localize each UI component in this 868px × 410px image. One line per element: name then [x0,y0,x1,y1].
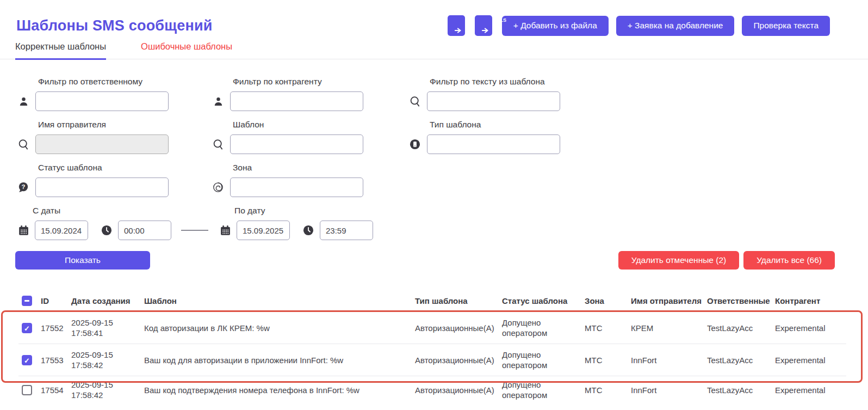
cell-sender: КРЕМ [631,312,707,344]
header-zone: Зона [585,296,631,312]
person-icon [16,96,30,107]
filter-template-text-label: Фильтр по тексту из шаблона [430,77,636,87]
filter-responsible: Фильтр по ответственному [16,77,211,111]
header-responsible: Ответственные [707,296,775,312]
delete-buttons-group: Удалить отмеченные (2) Удалить все (66) [618,251,835,270]
date-to-group: По дату [218,206,373,240]
filter-sender-name-label: Имя отправителя [38,120,211,130]
cell-id: 17552 [41,312,71,344]
header-type: Тип шаблона [415,296,502,312]
export-csv-icon[interactable]: CSV [448,15,465,36]
cell-responsible: TestLazyAcc [707,376,775,404]
date-to-label: По дату [234,206,373,216]
header-status: Статус шаблона [502,296,585,312]
add-from-file-button[interactable]: + Добавить из файла [502,16,609,36]
header-counterparty: Контрагент [775,296,846,312]
cell-status: Допущено оператором [502,344,585,376]
cell-zone: МТС [585,376,631,404]
table-row: 17552 2025-09-15 17:58:41 Код авторизаци… [18,312,846,344]
topbar-actions: CSV XLS + Добавить из файла + Заявка на … [448,15,830,36]
cell-counterparty: Experemental [775,376,846,404]
filter-template-status-label: Статус шаблона [38,163,211,173]
cell-counterparty: Experemental [775,344,846,376]
date-from-input[interactable] [35,221,88,240]
svg-text:?: ? [22,183,26,190]
filter-template-status-input[interactable] [35,178,169,197]
page-title: Шаблоны SMS сообщений [16,17,213,34]
cell-created: 2025-09-15 17:58:41 [71,312,144,344]
tabs-bar: Корректные шаблоны Ошибочные шаблоны [0,41,868,59]
filter-template-label: Шаблон [233,120,408,130]
filters-panel: Фильтр по ответственному Фильтр по контр… [0,77,868,240]
filter-sender-name-input[interactable] [35,134,169,154]
table-row: 17554 2025-09-15 17:58:42 Ваш код подтве… [18,376,846,404]
templates-table: ID Дата создания Шаблон Тип шаблона Стат… [18,296,846,403]
filter-zone-label: Зона [233,163,408,173]
date-from-group: С даты [16,206,171,240]
person-icon [211,96,225,107]
cell-template: Ваш код подтверждения номера телефона в … [144,376,415,404]
cell-zone: МТС [585,312,631,344]
question-icon: ? [16,182,30,193]
filter-template-type-label: Тип шаблона [430,120,636,130]
sms-templates-page: Шаблоны SMS сообщений CSV XLS + Добавить… [0,0,868,410]
request-addition-button[interactable]: + Заявка на добавление [616,16,735,36]
filter-counterparty-label: Фильтр по контрагенту [233,77,408,87]
date-range-dash [181,230,208,231]
cell-id: 17553 [41,344,71,376]
filter-template-text-input[interactable] [427,91,560,111]
tab-erroneous-templates[interactable]: Ошибочные шаблоны [141,41,232,60]
date-to-input[interactable] [237,221,290,240]
cell-counterparty: Experemental [775,312,846,344]
clock-icon [100,225,114,236]
filter-counterparty-input[interactable] [230,91,363,111]
tab-correct-templates[interactable]: Корректные шаблоны [15,41,106,60]
cell-type: Авторизационные(А) [415,312,502,344]
cell-created: 2025-09-15 17:58:42 [71,344,144,376]
show-button[interactable]: Показать [15,251,150,270]
phone-icon [408,139,422,150]
delete-all-button[interactable]: Удалить все (66) [743,251,835,270]
header-created: Дата создания [71,296,144,312]
cell-sender: InnFort [631,376,707,404]
header-template: Шаблон [144,296,415,312]
date-from-label: С даты [33,206,171,216]
date-range-row: С даты По дату [16,206,868,240]
row-checkbox[interactable] [22,323,32,333]
filter-empty-cell [408,163,636,197]
zone-globe-icon [211,182,225,193]
check-text-button[interactable]: Проверка текста [742,16,830,36]
filter-template-type-input[interactable] [427,134,560,154]
filter-zone: Зона [211,163,408,197]
row-checkbox[interactable] [22,385,32,395]
filter-template-status: Статус шаблона ? [16,163,211,197]
delete-selected-button[interactable]: Удалить отмеченные (2) [618,251,739,270]
calendar-icon [16,225,30,236]
table-header-row: ID Дата создания Шаблон Тип шаблона Стат… [18,296,846,312]
cell-template: Код авторизации в ЛК КРЕМ: %w [144,312,415,344]
arrow-right-icon [455,28,462,33]
cell-created: 2025-09-15 17:58:42 [71,376,144,404]
filter-template: Шаблон [211,120,408,154]
actions-row: Показать Удалить отмеченные (2) Удалить … [15,251,835,270]
cell-id: 17554 [41,376,71,404]
header-sender: Имя отправителя [631,296,707,312]
arrow-right-icon [482,28,489,33]
cell-template: Ваш код для авторизации в приложении Inn… [144,344,415,376]
time-from-input[interactable] [118,221,171,240]
header-id: ID [41,296,71,312]
filter-responsible-input[interactable] [35,91,169,111]
search-icon [211,139,225,150]
filter-template-input[interactable] [230,134,363,154]
row-checkbox[interactable] [22,355,32,365]
cell-type: Авторизационные(А) [415,344,502,376]
cell-status: Допущено оператором [502,376,585,404]
time-to-input[interactable] [320,221,373,240]
cell-zone: МТС [585,344,631,376]
filter-zone-input[interactable] [230,178,363,197]
select-all-checkbox[interactable] [22,296,32,306]
export-xls-icon[interactable]: XLS [475,15,492,36]
cell-type: Авторизационные(А) [415,376,502,404]
calendar-icon [218,225,232,236]
clock-icon [301,225,315,236]
